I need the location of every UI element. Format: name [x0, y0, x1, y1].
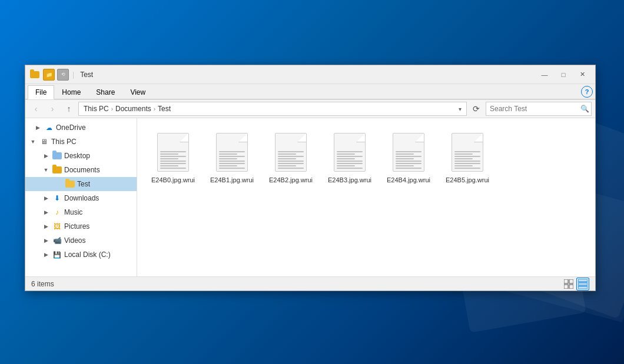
- sidebar-label-documents: Documents: [64, 166, 100, 174]
- title-bar: 📁 ⟲ | Test — □ ✕: [25, 65, 595, 84]
- file-item[interactable]: E24B0.jpg.wrui: [147, 128, 200, 188]
- sidebar-label-localdisk: Local Disk (C:): [64, 251, 111, 259]
- search-box[interactable]: 🔍: [486, 102, 592, 116]
- maximize-button[interactable]: □: [555, 66, 572, 83]
- forward-button[interactable]: ›: [45, 102, 59, 116]
- document-icon: [216, 133, 248, 172]
- large-icon-view-button[interactable]: [562, 278, 575, 290]
- svg-rect-1: [569, 279, 573, 283]
- tree-toggle-music[interactable]: ▶: [42, 208, 50, 216]
- sidebar-item-music[interactable]: ▶ ♪ Music: [25, 205, 137, 219]
- status-bar: 6 items: [25, 276, 595, 290]
- sidebar-label-test: Test: [77, 180, 90, 188]
- pictures-icon: 🖼: [52, 222, 62, 231]
- documents-folder-icon: [52, 165, 62, 175]
- up-button[interactable]: ↑: [62, 102, 76, 116]
- videos-icon: 📹: [52, 236, 62, 245]
- sidebar-label-downloads: Downloads: [64, 194, 99, 202]
- tab-share[interactable]: Share: [88, 85, 122, 99]
- file-name: E24B2.jpg.wrui: [269, 176, 313, 184]
- tree-toggle-documents[interactable]: ▼: [42, 166, 50, 174]
- pc-icon: 🖥: [39, 137, 49, 146]
- file-item[interactable]: E24B5.jpg.wrui: [441, 128, 494, 188]
- sidebar-label-pictures: Pictures: [64, 222, 89, 231]
- file-name: E24B1.jpg.wrui: [210, 176, 254, 184]
- item-count: 6 items: [31, 280, 54, 288]
- path-sep-1: ›: [111, 106, 113, 112]
- sidebar-item-onedrive[interactable]: ▶ ☁ OneDrive: [25, 121, 137, 135]
- file-item[interactable]: E24B1.jpg.wrui: [205, 128, 258, 188]
- search-icon[interactable]: 🔍: [580, 105, 589, 113]
- sidebar-item-documents[interactable]: ▼ Documents: [25, 163, 137, 177]
- document-icon: [157, 133, 189, 172]
- file-name: E24B4.jpg.wrui: [387, 176, 430, 184]
- sidebar-label-music: Music: [64, 208, 82, 216]
- sidebar-item-pictures[interactable]: ▶ 🖼 Pictures: [25, 219, 137, 233]
- tab-home[interactable]: Home: [54, 85, 88, 99]
- music-icon: ♪: [52, 208, 62, 217]
- close-button[interactable]: ✕: [574, 66, 590, 83]
- file-grid: E24B0.jpg.wrui E24B1.jpg.wrui: [147, 128, 586, 188]
- view-toggle-group: [562, 278, 589, 290]
- file-item[interactable]: E24B3.jpg.wrui: [323, 128, 376, 188]
- minimize-button[interactable]: —: [536, 66, 553, 83]
- desktop-folder-icon: [52, 151, 62, 161]
- ribbon-tab-bar: File Home Share View ?: [25, 84, 595, 99]
- quick-access-btn-1[interactable]: 📁: [43, 69, 55, 81]
- address-bar: ‹ › ↑ This PC › Documents › Test ▾ ⟳ 🔍: [25, 100, 595, 118]
- sidebar-item-videos[interactable]: ▶ 📹 Videos: [25, 233, 137, 248]
- file-item[interactable]: E24B2.jpg.wrui: [264, 128, 317, 188]
- sidebar-item-test[interactable]: ▶ Test: [25, 177, 137, 191]
- path-documents[interactable]: Documents: [115, 105, 151, 113]
- tree-toggle-desktop[interactable]: ▶: [42, 152, 50, 160]
- file-area: E24B0.jpg.wrui E24B1.jpg.wrui: [137, 118, 595, 276]
- main-content: ▶ ☁ OneDrive ▼ 🖥 This PC ▶ Desktop ▼: [25, 118, 595, 276]
- svg-rect-2: [564, 285, 568, 289]
- svg-rect-4: [578, 279, 588, 282]
- file-icon-wrap: [390, 131, 427, 173]
- file-icon-wrap: [213, 131, 251, 173]
- tree-toggle-pictures[interactable]: ▶: [42, 222, 50, 231]
- document-icon: [452, 133, 483, 172]
- help-button[interactable]: ?: [581, 86, 593, 98]
- file-name: E24B0.jpg.wrui: [151, 176, 195, 184]
- file-icon-wrap: [449, 131, 486, 173]
- path-sep-2: ›: [154, 106, 155, 112]
- tree-toggle-downloads[interactable]: ▶: [42, 194, 50, 202]
- sidebar-label-desktop: Desktop: [64, 152, 90, 160]
- sidebar-item-downloads[interactable]: ▶ ⬇ Downloads: [25, 191, 137, 205]
- path-dropdown-btn[interactable]: ▾: [459, 106, 462, 112]
- tree-toggle-localdisk[interactable]: ▶: [42, 251, 50, 259]
- onedrive-icon: ☁: [44, 123, 54, 132]
- file-icon-wrap: [154, 131, 192, 173]
- refresh-button[interactable]: ⟳: [469, 102, 483, 116]
- downloads-icon: ⬇: [52, 193, 62, 203]
- tree-toggle-videos[interactable]: ▶: [42, 236, 50, 245]
- tab-file[interactable]: File: [28, 85, 54, 99]
- ribbon: File Home Share View ?: [25, 84, 595, 100]
- tree-toggle-onedrive[interactable]: ▶: [34, 123, 42, 132]
- search-input[interactable]: [490, 105, 578, 113]
- document-icon: [275, 133, 307, 172]
- file-item[interactable]: E24B4.jpg.wrui: [382, 128, 435, 188]
- detail-view-button[interactable]: [576, 278, 589, 290]
- back-button[interactable]: ‹: [29, 102, 43, 116]
- path-test[interactable]: Test: [158, 105, 171, 113]
- sidebar-item-thispc[interactable]: ▼ 🖥 This PC: [25, 135, 137, 149]
- file-name: E24B3.jpg.wrui: [328, 176, 371, 184]
- address-path[interactable]: This PC › Documents › Test ▾: [78, 102, 467, 116]
- sidebar-label-videos: Videos: [64, 236, 85, 245]
- tab-view[interactable]: View: [122, 85, 153, 99]
- svg-rect-0: [564, 279, 568, 283]
- quick-access-btn-2[interactable]: ⟲: [57, 69, 69, 81]
- tree-toggle-thispc[interactable]: ▼: [29, 138, 37, 146]
- window-folder-icon: [30, 70, 39, 79]
- sidebar: ▶ ☁ OneDrive ▼ 🖥 This PC ▶ Desktop ▼: [25, 118, 137, 276]
- sidebar-item-localdisk[interactable]: ▶ 💾 Local Disk (C:): [25, 248, 137, 262]
- sidebar-item-desktop[interactable]: ▶ Desktop: [25, 149, 137, 163]
- path-this-pc[interactable]: This PC: [84, 105, 109, 113]
- svg-rect-5: [578, 283, 588, 285]
- file-explorer-window: 📁 ⟲ | Test — □ ✕ File Home Share View ? …: [25, 65, 596, 291]
- file-icon-wrap: [272, 131, 310, 173]
- sidebar-label-thispc: This PC: [51, 138, 77, 146]
